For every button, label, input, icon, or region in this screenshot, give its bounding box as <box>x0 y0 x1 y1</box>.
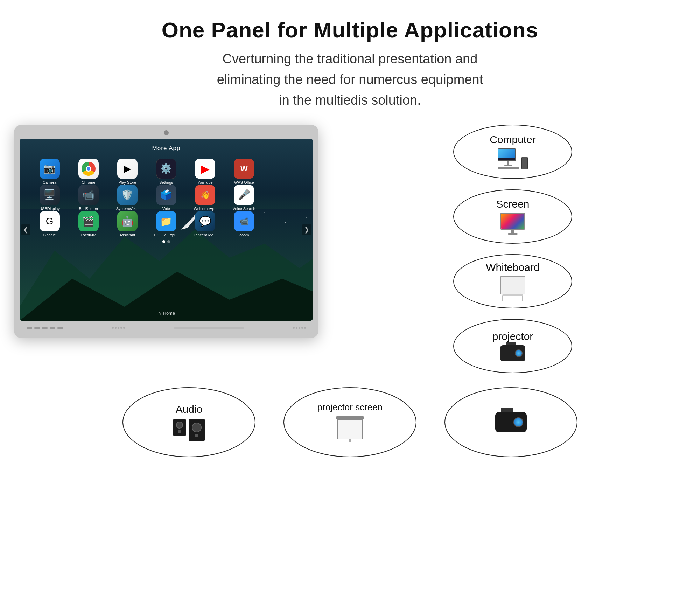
dot-2[interactable] <box>167 240 170 243</box>
proj-screen-icon <box>336 416 364 442</box>
whiteboard-title: Whiteboard <box>486 262 539 273</box>
app-empty1 <box>264 159 302 185</box>
panel-wrapper: ❮ More App 📷 Camera <box>14 125 318 338</box>
app-badscreen-label: BadScreen <box>79 207 98 211</box>
oval-whiteboard: Whiteboard <box>453 254 572 308</box>
app-tencent[interactable]: 💬 Tencent Me... <box>186 211 225 237</box>
app-chrome-label: Chrome <box>82 180 95 185</box>
app-google[interactable]: G Google <box>30 211 69 237</box>
app-zoom-label: Zoom <box>239 233 249 237</box>
proj-body2 <box>495 412 527 432</box>
tv-menu-btn[interactable] <box>50 327 55 329</box>
proj-body <box>500 345 525 361</box>
app-localmm[interactable]: 🎬 LocalMM <box>69 211 108 237</box>
app-usbdisplay[interactable]: 🖥️ USBDisplay <box>30 185 69 211</box>
home-icon: ⌂ <box>158 310 161 317</box>
more-app-label: More App <box>152 145 181 152</box>
app-empty3 <box>264 211 302 237</box>
app-camera[interactable]: 📷 Camera <box>30 159 69 185</box>
oval-projector: projector <box>453 319 572 373</box>
app-section: More App 📷 Camera <box>20 139 313 321</box>
wb-leg-left <box>502 296 503 301</box>
app-wps-label: WPS Office <box>234 180 254 185</box>
oval-audio: Audio <box>122 387 255 457</box>
audio-title: Audio <box>176 403 203 415</box>
speaker-cone-2 <box>192 423 202 432</box>
header-section: One Panel for Multiple Applications Cver… <box>0 0 700 111</box>
camera-dot <box>164 130 169 135</box>
app-tencent-label: Tencent Me... <box>194 233 217 237</box>
app-esfile[interactable]: 📁 ES File Expl... <box>147 211 186 237</box>
app-settings[interactable]: ⚙️ Settings <box>147 159 186 185</box>
camera-bar <box>20 130 313 137</box>
dot-1[interactable] <box>162 240 165 243</box>
tv-vol-btn[interactable] <box>34 327 40 329</box>
tv-input-btn[interactable] <box>57 327 63 329</box>
tv-controls <box>27 327 63 329</box>
app-grid-row3: G Google 🎬 LocalMM 🤖 Assistant 📁 <box>30 211 302 237</box>
screen-dots <box>162 240 170 243</box>
app-camera-label: Camera <box>43 180 56 185</box>
app-localmm-label: LocalMM <box>80 233 96 237</box>
oval-proj-screen: projector screen <box>284 387 416 457</box>
oval-computer: Computer <box>453 125 572 179</box>
speaker-cone-1 <box>176 422 183 429</box>
next-arrow[interactable]: ❯ <box>302 224 312 235</box>
app-wps[interactable]: W WPS Office <box>225 159 264 185</box>
speaker-tweeter-1 <box>178 430 181 433</box>
app-zoom[interactable]: 📹 Zoom <box>225 211 264 237</box>
app-usbdisplay-label: USBDisplay <box>39 207 60 211</box>
proj-screen-pull <box>349 439 351 442</box>
main-layout: ❮ More App 📷 Camera <box>0 125 700 373</box>
app-badscreen[interactable]: 📹 BadScreen <box>69 185 108 211</box>
app-grid-row1: 📷 Camera Chrome ▶ <box>30 159 302 185</box>
app-welcomeapp[interactable]: 👋 WelcomeApp <box>186 185 225 211</box>
app-playstore-label: Play Store <box>118 180 136 185</box>
tv-speaker-right <box>293 327 306 329</box>
tv-device: ❮ More App 📷 Camera <box>14 125 318 338</box>
wb-board <box>500 276 525 294</box>
proj-bump <box>506 342 516 345</box>
tower <box>522 157 528 169</box>
app-welcomeapp-label: WelcomeApp <box>194 207 217 211</box>
screen-base <box>508 233 518 235</box>
app-systemwiz[interactable]: 🛡️ SystemWiz... <box>108 185 147 211</box>
app-vote[interactable]: 🗳️ Vote <box>147 185 186 211</box>
computer-icon <box>498 148 528 169</box>
tv-ch-btn[interactable] <box>42 327 48 329</box>
tv-center-bar <box>174 327 244 329</box>
tv-power-btn[interactable] <box>27 327 32 329</box>
screen-stand <box>511 230 514 233</box>
whiteboard-icon <box>500 276 525 301</box>
projector-icon <box>500 345 525 361</box>
app-google-label: Google <box>43 233 56 237</box>
app-empty2 <box>264 185 302 211</box>
tv-speaker-left <box>112 327 125 329</box>
keyboard <box>498 167 519 169</box>
speaker-box-2 <box>189 419 205 441</box>
app-voicesearch-label: Voice Search <box>233 207 255 211</box>
screen-icon <box>500 213 525 235</box>
wb-leg-right <box>522 296 523 301</box>
home-bar[interactable]: ⌂ Home <box>158 310 175 317</box>
app-playstore[interactable]: ▶ Play Store <box>108 159 147 185</box>
tv-bottom-bar <box>20 321 313 335</box>
speaker-box-1 <box>173 419 186 436</box>
monitor-stand <box>507 161 509 165</box>
app-esfile-label: ES File Expl... <box>154 233 178 237</box>
app-chrome[interactable]: Chrome <box>69 159 108 185</box>
app-youtube[interactable]: ▶ YouTube <box>186 159 225 185</box>
app-voicesearch[interactable]: 🎤 Voice Search <box>225 185 264 211</box>
wb-legs <box>502 296 523 301</box>
proj-screen-body <box>337 419 363 439</box>
more-app-divider <box>30 154 302 154</box>
monitor-screen <box>498 149 515 158</box>
app-assistant[interactable]: 🤖 Assistant <box>108 211 147 237</box>
app-youtube-label: YouTube <box>198 180 213 185</box>
oval-screen: Screen <box>453 189 572 244</box>
page-title: One Panel for Multiple Applications <box>0 18 700 42</box>
oval-projector-bottom <box>444 387 578 457</box>
screen-content <box>501 214 524 229</box>
bottom-section: Audio projector screen <box>0 387 700 457</box>
proj-lens <box>515 349 523 357</box>
